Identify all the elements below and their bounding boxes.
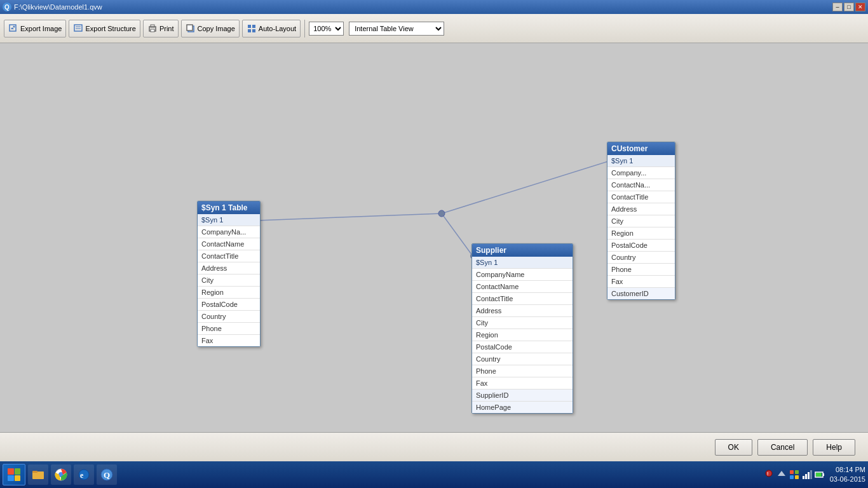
supplier-field-1: CompanyName <box>472 269 573 281</box>
taskbar-qlik-btn[interactable]: Q <box>97 464 117 485</box>
view-select-control[interactable]: Internal Table View System Table View <box>349 22 444 36</box>
app-icon: Q <box>3 3 11 11</box>
zoom-select[interactable]: 100% 50% 75% 150% 200% <box>309 22 344 36</box>
title-bar: Q F:\Qlikview\Datamodel1.qvw – □ ✕ <box>0 0 868 14</box>
syn-field-3: ContactTitle <box>198 250 260 262</box>
supplier-table[interactable]: Supplier $Syn 1 CompanyName ContactName … <box>471 243 573 414</box>
svg-rect-36 <box>803 476 804 479</box>
view-select[interactable]: Internal Table View System Table View <box>349 22 444 36</box>
customer-field-0: $Syn 1 <box>607 155 675 167</box>
customer-field-7: PostalCode <box>607 240 675 252</box>
customer-field-4: Address <box>607 203 675 215</box>
svg-rect-9 <box>187 25 193 30</box>
svg-rect-42 <box>816 473 822 477</box>
svg-rect-34 <box>790 475 794 479</box>
svg-point-17 <box>438 210 445 217</box>
svg-rect-2 <box>74 25 82 31</box>
export-image-button[interactable]: Export Image <box>4 20 66 37</box>
zoom-control[interactable]: 100% 50% 75% 150% 200% <box>309 22 344 36</box>
customer-field-3: ContactTitle <box>607 191 675 203</box>
svg-rect-11 <box>252 25 255 28</box>
taskbar-right: ! 08:14 PM 03-06-2015 <box>764 465 865 485</box>
svg-line-14 <box>257 214 442 220</box>
ok-button[interactable]: OK <box>715 439 752 456</box>
signal-icon <box>802 470 812 480</box>
help-button[interactable]: Help <box>813 439 855 456</box>
svg-rect-10 <box>248 25 251 28</box>
taskbar-folder-btn[interactable] <box>28 464 48 485</box>
windows-logo <box>8 468 20 481</box>
svg-rect-12 <box>248 29 251 32</box>
print-icon <box>147 24 158 34</box>
supplier-field-8: Country <box>472 353 573 365</box>
syn-table-fields: $Syn 1 CompanyNa... ContactName ContactT… <box>198 214 260 346</box>
svg-marker-31 <box>778 471 785 476</box>
svg-rect-22 <box>32 471 37 473</box>
system-tray: ! <box>764 470 825 480</box>
svg-rect-7 <box>151 29 154 32</box>
syn-table[interactable]: $Syn 1 Table $Syn 1 CompanyNa... Contact… <box>197 201 261 347</box>
syn-field-6: Region <box>198 287 260 299</box>
supplier-field-11: SupplierID <box>472 390 573 402</box>
syn-field-4: Address <box>198 262 260 274</box>
customer-field-2: ContactNa... <box>607 179 675 191</box>
start-button[interactable] <box>3 464 25 485</box>
svg-text:e: e <box>80 471 84 480</box>
canvas: $Syn 1 Table $Syn 1 CompanyNa... Contact… <box>0 43 868 432</box>
supplier-field-2: ContactName <box>472 281 573 293</box>
minimize-button[interactable]: – <box>832 3 843 11</box>
svg-rect-13 <box>252 29 255 32</box>
customer-field-1: Company... <box>607 167 675 179</box>
auto-layout-icon <box>247 24 257 34</box>
svg-rect-32 <box>790 470 794 474</box>
syn-field-7: PostalCode <box>198 299 260 311</box>
syn-field-8: Country <box>198 311 260 323</box>
bottom-bar: OK Cancel Help <box>0 432 868 461</box>
taskbar: e Q ! 08:14 PM 03-06-2015 <box>0 461 868 488</box>
supplier-field-7: PostalCode <box>472 341 573 353</box>
syn-table-header: $Syn 1 Table <box>198 201 260 214</box>
clock-date: 03-06-2015 <box>830 475 865 484</box>
svg-rect-37 <box>805 474 807 479</box>
toolbar: Export Image Export Structure Print Copy… <box>0 14 868 43</box>
print-button[interactable]: Print <box>143 20 179 37</box>
windows-system-icon <box>789 470 799 480</box>
taskbar-ie-btn[interactable]: e <box>74 464 94 485</box>
arrow-up-icon <box>776 470 787 480</box>
export-structure-button[interactable]: Export Structure <box>69 20 140 37</box>
svg-text:!: ! <box>767 471 768 476</box>
supplier-field-0: $Syn 1 <box>472 257 573 269</box>
taskbar-chrome-btn[interactable] <box>51 464 71 485</box>
svg-rect-35 <box>795 475 799 479</box>
svg-line-15 <box>442 161 610 214</box>
svg-line-16 <box>442 214 473 256</box>
syn-field-9: Phone <box>198 323 260 335</box>
taskbar-clock: 08:14 PM 03-06-2015 <box>830 465 865 485</box>
customer-field-6: Region <box>607 227 675 240</box>
svg-rect-33 <box>795 470 799 474</box>
close-button[interactable]: ✕ <box>855 3 865 11</box>
connector-lines <box>0 43 868 432</box>
window-title: F:\Qlikview\Datamodel1.qvw <box>14 3 102 11</box>
syn-field-10: Fax <box>198 335 260 346</box>
supplier-field-9: Phone <box>472 365 573 377</box>
copy-image-button[interactable]: Copy Image <box>181 20 240 37</box>
export-structure-icon <box>73 24 83 34</box>
supplier-table-fields: $Syn 1 CompanyName ContactName ContactTi… <box>472 257 573 413</box>
supplier-field-4: Address <box>472 305 573 317</box>
supplier-field-6: Region <box>472 329 573 341</box>
syn-field-2: ContactName <box>198 238 260 250</box>
customer-field-9: Phone <box>607 264 675 276</box>
clock-time: 08:14 PM <box>830 465 865 475</box>
window-controls: – □ ✕ <box>832 3 865 11</box>
customer-field-10: Fax <box>607 276 675 288</box>
maximize-button[interactable]: □ <box>844 3 854 11</box>
customer-table[interactable]: CUstomer $Syn 1 Company... ContactNa... … <box>607 142 675 300</box>
battery-icon <box>815 470 825 480</box>
toolbar-separator-1 <box>304 20 305 37</box>
svg-rect-41 <box>823 473 824 476</box>
cancel-button[interactable]: Cancel <box>757 439 808 456</box>
supplier-table-header: Supplier <box>472 244 573 257</box>
auto-layout-button[interactable]: Auto-Layout <box>242 20 301 37</box>
copy-image-icon <box>186 24 196 34</box>
